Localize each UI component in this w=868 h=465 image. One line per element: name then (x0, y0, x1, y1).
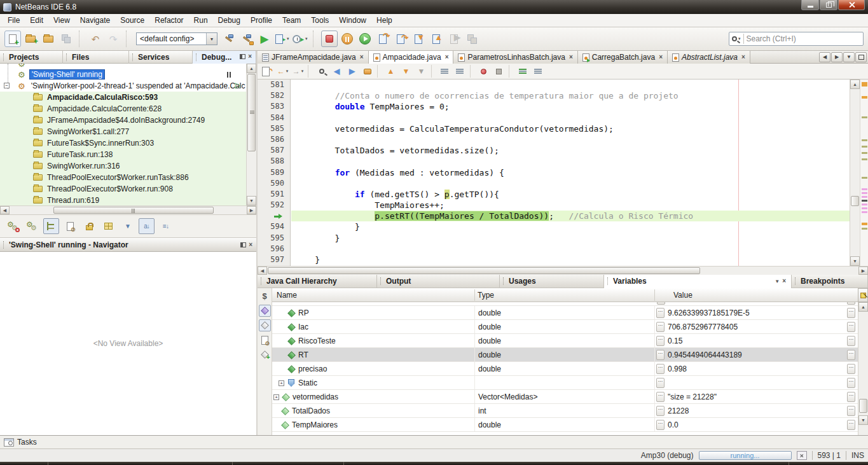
ellipsis-button[interactable]: ... (847, 336, 855, 346)
tree-vertical-scrollbar[interactable]: ▲ ▼ (246, 64, 256, 205)
toggle-bookmark-button[interactable]: ▼ (414, 65, 429, 78)
maximize-editor-button[interactable] (855, 52, 867, 62)
code-line[interactable]: if (med.getTS() > p.getTP()){ (291, 189, 850, 200)
ellipsis-button[interactable]: ... (656, 308, 665, 318)
table-row[interactable]: RiscoTestedouble...0.15... (272, 334, 858, 348)
code-line[interactable] (291, 113, 850, 123)
run-button[interactable]: ▶ (256, 31, 273, 47)
back-button[interactable]: ←▾ (275, 65, 290, 78)
editor-vertical-scrollbar[interactable]: ▲ ▼ (850, 80, 860, 266)
ellipsis-button[interactable]: ... (656, 322, 665, 332)
stack-frame-row[interactable]: Thread.run:619 (0, 195, 246, 205)
tasks-bar[interactable]: Tasks (0, 435, 868, 448)
code-line[interactable]: vetormedidas = CalculaTemperaturaConduto… (291, 123, 850, 134)
scroll-left-button[interactable]: ◀ (0, 206, 10, 214)
scroll-down-button[interactable]: ▼ (850, 256, 860, 266)
step-over-button[interactable]: ↷ (375, 31, 391, 47)
scrollbar-thumb[interactable] (859, 399, 867, 413)
stop-macro-recording-button[interactable] (492, 65, 506, 78)
ellipsis-button[interactable]: ... (656, 336, 665, 346)
code-line[interactable] (291, 156, 850, 167)
tab-scroll-right-button[interactable]: ▶ (831, 52, 843, 62)
editor-horizontal-scrollbar[interactable]: ◀ ▶ (258, 266, 868, 275)
step-into-button[interactable]: ▼ (410, 31, 427, 47)
tab-javacallhierarchy[interactable]: Java Call Hierarchy (258, 275, 377, 288)
close-tab-icon[interactable]: × (741, 54, 745, 60)
show-static-fields-button[interactable]: $ (259, 290, 271, 302)
close-window-icon[interactable]: × (248, 53, 252, 60)
table-row[interactable]: RPdouble...9.626339937185179E-5... (272, 306, 858, 320)
debug-button[interactable]: ▶▾ (274, 31, 291, 47)
continue-button[interactable] (357, 31, 373, 47)
code-line[interactable]: TempMaiores++; (291, 200, 850, 211)
menu-help[interactable]: Help (371, 15, 397, 26)
build-button[interactable] (221, 31, 237, 47)
step-over-expression-button[interactable]: ↷ (392, 31, 409, 47)
menu-window[interactable]: Window (334, 15, 371, 26)
menu-profile[interactable]: Profile (245, 15, 277, 26)
stack-frame-row[interactable]: Ampacidade.CalculaCorrente:628 (0, 103, 246, 115)
code-line[interactable]: p.setRT((TempMaiores / TotalDados)); //C… (291, 211, 850, 221)
menu-source[interactable]: Source (115, 15, 149, 26)
table-row[interactable]: Iacdouble...706.8752967778405... (272, 320, 858, 334)
config-combobox[interactable]: <default config> ▾ (136, 32, 217, 45)
profile-button[interactable]: ▶▾ (292, 31, 308, 47)
tab-scroll-left-button[interactable]: ◀ (819, 52, 830, 62)
thread-label[interactable]: 'Swing-Shell' running (29, 69, 105, 80)
menu-tools[interactable]: Tools (306, 15, 334, 26)
shift-left-button[interactable] (437, 65, 452, 78)
resume-thread-button[interactable]: ▷ (235, 81, 241, 90)
stripe-mark[interactable] (862, 158, 867, 160)
open-project-button[interactable] (40, 31, 57, 47)
menu-view[interactable]: View (48, 15, 75, 26)
close-tab-icon[interactable]: × (360, 54, 364, 60)
code-line[interactable]: } (291, 233, 850, 244)
ellipsis-button[interactable]: ... (656, 406, 665, 416)
menu-file[interactable]: File (3, 15, 25, 26)
table-row[interactable]: +Static...... (272, 376, 858, 390)
sort-by-suspend-button[interactable]: ▼ (120, 218, 135, 234)
stack-frame-row[interactable]: ThreadPoolExecutor$Worker.run:908 (0, 183, 246, 195)
forward-button[interactable]: →▾ (291, 65, 305, 78)
menu-edit[interactable]: Edit (25, 15, 48, 26)
close-tab-icon[interactable]: × (659, 54, 663, 60)
finish-debugger-button[interactable] (321, 31, 338, 47)
ellipsis-button[interactable]: ... (656, 350, 665, 360)
cancel-process-button[interactable] (797, 451, 807, 460)
stack-frame-row[interactable]: ThreadPoolExecutor$Worker.runTask:886 (0, 172, 246, 183)
table-row[interactable]: TotalDadosint...21228... (272, 404, 858, 418)
redo-button[interactable]: ↷ (105, 31, 121, 47)
configure-view-button[interactable]: ⚙ (259, 334, 271, 346)
menu-debug[interactable]: Debug (213, 15, 245, 26)
ellipsis-button[interactable]: ... (656, 420, 665, 430)
tab-list-button[interactable]: ▼ (843, 52, 855, 62)
ellipsis-button[interactable]: ... (847, 392, 855, 402)
stripe-mark[interactable] (862, 211, 867, 213)
editor-tab-jframeampacidadejava[interactable]: JFrameAmpacidade.java× (258, 51, 369, 64)
comment-button[interactable] (515, 65, 530, 78)
run-to-cursor-button[interactable]: ▶ (446, 31, 462, 47)
table-row[interactable]: +vetormedidasVector<Medidas>..."size = 2… (272, 390, 858, 404)
code-line[interactable]: TotalDados = vetormedidas.size(); (291, 145, 850, 156)
stripe-mark[interactable] (862, 223, 867, 225)
scrollbar-thumb[interactable] (247, 74, 256, 151)
show-synthetic-fields-button[interactable] (259, 319, 271, 331)
editor-tab-abstractlistjava[interactable]: AbstractList.java× (668, 51, 750, 64)
chevron-down-icon[interactable]: ▾ (206, 33, 217, 45)
scroll-up-button[interactable]: ▲ (858, 302, 868, 312)
stripe-mark[interactable] (862, 200, 867, 202)
variables-table-header[interactable]: NameTypeValue (272, 288, 858, 302)
close-button[interactable] (838, 0, 865, 10)
expand-toggle-icon[interactable]: + (279, 380, 284, 386)
code-line[interactable]: } (291, 221, 850, 232)
minimize-button[interactable] (801, 0, 819, 10)
tab-files[interactable]: Files (63, 51, 129, 64)
menu-run[interactable]: Run (189, 15, 213, 26)
stripe-mark[interactable] (862, 192, 867, 194)
show-qualified-names-button[interactable] (100, 218, 116, 234)
collapse-toggle-icon[interactable]: − (4, 83, 10, 88)
sort-natural-button[interactable]: ≡↓ (158, 218, 174, 234)
table-vertical-scrollbar[interactable]: ▲ ▼ (858, 302, 868, 435)
tab-usages[interactable]: Usages (500, 275, 604, 288)
thread-row[interactable]: −⚙'SwingWorker-pool-2-thread-1' suspende… (0, 80, 246, 92)
